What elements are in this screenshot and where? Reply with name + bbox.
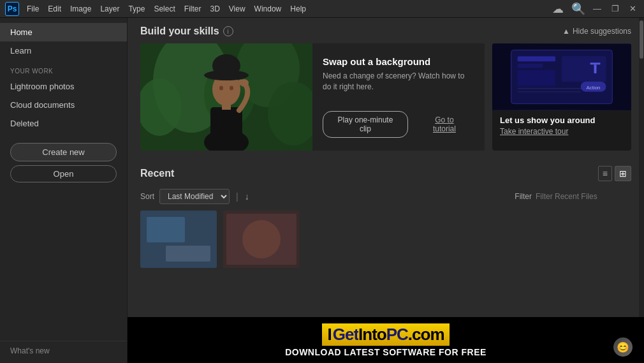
- skills-header: Build your skills i ▲ Hide suggestions: [128, 18, 644, 43]
- title-bar-left: Ps File Edit Image Layer Type Select Fil…: [5, 2, 310, 16]
- watermark-into: Into: [358, 323, 386, 346]
- sidebar-item-whats-new[interactable]: What's new: [0, 341, 127, 363]
- menu-file[interactable]: File: [23, 3, 43, 15]
- view-toggle: ≡ ⊞: [598, 166, 631, 181]
- feature-content: Swap out a background Need a change of s…: [312, 43, 485, 151]
- feature-card: Swap out a background Need a change of s…: [140, 43, 485, 151]
- sidebar-item-home[interactable]: Home: [0, 23, 127, 41]
- sort-label: Sort: [140, 192, 154, 201]
- recent-thumb-1-img: [140, 211, 217, 268]
- svg-rect-30: [140, 211, 217, 268]
- recent-files: [128, 211, 644, 268]
- menu-edit[interactable]: Edit: [44, 3, 65, 15]
- menu-help[interactable]: Help: [286, 3, 310, 15]
- feature-title: Swap out a background: [323, 56, 474, 67]
- svg-rect-7: [210, 107, 242, 149]
- sidebar-section-your-work: YOUR WORK: [0, 60, 127, 77]
- sort-direction-icon[interactable]: ↓: [245, 191, 249, 202]
- recent-file-1[interactable]: [140, 211, 217, 268]
- sidebar-item-learn[interactable]: Learn: [0, 41, 127, 60]
- scroll-thumb[interactable]: [640, 20, 643, 59]
- svg-rect-21: [590, 63, 601, 64]
- sidebar-spacer: [0, 182, 127, 341]
- sort-bar: Sort Last Modified Name Date Created | ↓…: [128, 186, 644, 211]
- svg-text:Action: Action: [587, 85, 601, 91]
- svg-rect-17: [518, 56, 555, 61]
- svg-rect-22: [594, 64, 597, 73]
- recent-file-2[interactable]: [223, 211, 300, 268]
- title-bar-right: ☁ 🔍 — ❐ ✕: [552, 2, 639, 16]
- title-bar: Ps File Edit Image Layer Type Select Fil…: [0, 0, 644, 18]
- watermark-get: Get: [333, 323, 358, 346]
- sidebar-item-lightroom[interactable]: Lightroom photos: [0, 77, 127, 96]
- watermark-i: I: [322, 323, 332, 346]
- avatar-bottom-right[interactable]: 😊: [613, 337, 633, 357]
- tour-image: Action: [492, 43, 631, 110]
- go-to-tutorial-button[interactable]: Go to tutorial: [414, 111, 474, 138]
- watermark-line1: I Get Into PC .com: [285, 323, 487, 346]
- feature-buttons: Play one-minute clip Go to tutorial: [323, 111, 474, 138]
- hide-suggestions-button[interactable]: ▲ Hide suggestions: [562, 27, 631, 36]
- menu-select[interactable]: Select: [150, 3, 179, 15]
- ps-logo-icon: Ps: [5, 2, 19, 16]
- maximize-button[interactable]: ❐: [609, 4, 622, 13]
- main-content: Build your skills i ▲ Hide suggestions: [128, 18, 644, 363]
- tour-image-svg: Action: [492, 43, 631, 110]
- svg-point-12: [219, 86, 223, 91]
- filter-section: Filter: [515, 192, 631, 201]
- menu-3d[interactable]: 3D: [206, 3, 223, 15]
- chevron-up-icon: ▲: [562, 27, 570, 36]
- grid-view-button[interactable]: ⊞: [615, 166, 631, 181]
- filter-input[interactable]: [536, 192, 631, 201]
- svg-rect-19: [562, 56, 606, 82]
- recent-header: Recent ≡ ⊞: [128, 161, 644, 186]
- menu-bar: File Edit Image Layer Type Select Filter…: [23, 3, 310, 15]
- minimize-button[interactable]: —: [590, 4, 604, 13]
- watermark-inner: I Get Into PC .com Download Latest Softw…: [285, 323, 487, 357]
- sort-divider: |: [236, 191, 238, 202]
- list-view-button[interactable]: ≡: [598, 166, 612, 181]
- menu-window[interactable]: Window: [251, 3, 286, 15]
- menu-type[interactable]: Type: [124, 3, 149, 15]
- search-icon[interactable]: 🔍: [571, 2, 585, 16]
- scroll-indicator: [639, 18, 644, 363]
- recent-title: Recent: [140, 168, 174, 179]
- feature-desc: Need a change of scenery? Watch how to d…: [323, 71, 474, 93]
- skills-info-icon[interactable]: i: [223, 26, 233, 36]
- sidebar-item-cloud-docs[interactable]: Cloud documents: [0, 96, 127, 114]
- close-button[interactable]: ✕: [627, 4, 639, 13]
- sort-select[interactable]: Last Modified Name Date Created: [159, 189, 230, 204]
- create-new-button[interactable]: Create new: [10, 143, 117, 161]
- menu-layer[interactable]: Layer: [96, 3, 123, 15]
- feature-image: [140, 43, 312, 151]
- skills-cards: Swap out a background Need a change of s…: [128, 43, 644, 161]
- top-icons: ☁ 🔍: [552, 2, 585, 16]
- svg-point-33: [242, 220, 281, 258]
- menu-image[interactable]: Image: [66, 3, 95, 15]
- filter-label: Filter: [515, 192, 532, 201]
- svg-rect-18: [518, 64, 543, 68]
- skills-title: Build your skills: [140, 26, 219, 37]
- menu-filter[interactable]: Filter: [180, 3, 205, 15]
- app-body: Home Learn YOUR WORK Lightroom photos Cl…: [0, 18, 644, 363]
- sidebar-item-deleted[interactable]: Deleted: [0, 114, 127, 133]
- svg-rect-24: [518, 91, 581, 93]
- skills-title-wrap: Build your skills i: [140, 26, 233, 37]
- svg-point-11: [212, 54, 240, 77]
- play-clip-button[interactable]: Play one-minute clip: [323, 111, 408, 138]
- sidebar: Home Learn YOUR WORK Lightroom photos Cl…: [0, 18, 128, 363]
- tour-content: Let us show you around Take interactive …: [492, 110, 631, 141]
- cloud-icon[interactable]: ☁: [552, 2, 564, 16]
- tour-card[interactable]: Action Let us show you around Take inter…: [492, 43, 631, 151]
- tour-title: Let us show you around: [500, 115, 624, 125]
- watermark-pc: PC: [386, 323, 408, 346]
- open-button[interactable]: Open: [10, 165, 117, 182]
- menu-view[interactable]: View: [225, 3, 249, 15]
- recent-thumb-2-img: [223, 211, 300, 268]
- svg-point-14: [240, 79, 249, 87]
- take-interactive-tour-link[interactable]: Take interactive tour: [500, 127, 624, 136]
- watermark-subtitle: Download Latest Software for Free: [285, 347, 487, 357]
- svg-point-13: [230, 86, 233, 91]
- watermark-banner: I Get Into PC .com Download Latest Softw…: [128, 317, 644, 363]
- feature-image-svg: [140, 43, 312, 151]
